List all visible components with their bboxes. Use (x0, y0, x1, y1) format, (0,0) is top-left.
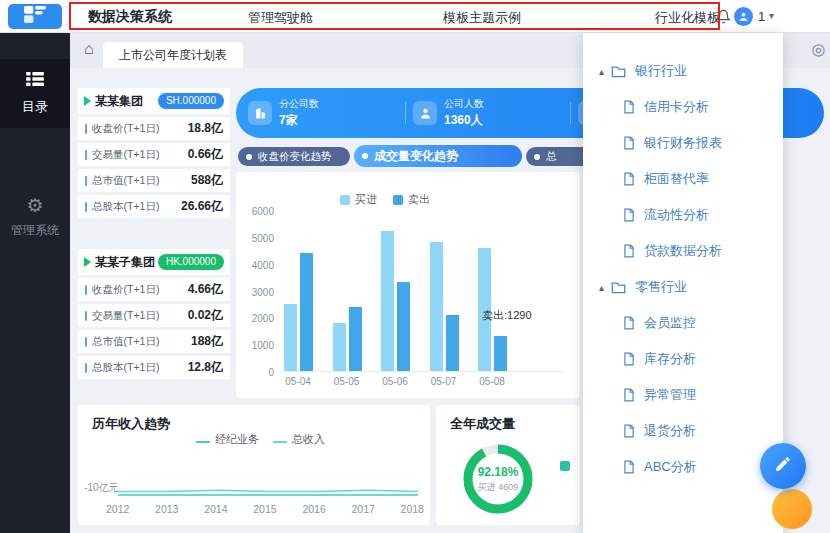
file-icon (623, 316, 635, 330)
bar-卖出[interactable] (446, 315, 459, 371)
tab-volume-trend[interactable]: 成交量变化趋势 (354, 145, 522, 167)
accent-bar (85, 202, 87, 212)
industry-template-dropdown: ▴ 银行行业 信用卡分析 银行财务报表 柜面替代率 流动性分析 贷款数据分析 ▴… (583, 33, 783, 533)
bar-买进[interactable] (381, 231, 394, 371)
tree-folder-retail[interactable]: ▴ 零售行业 (583, 269, 783, 305)
bar-卖出[interactable] (300, 253, 313, 371)
stock-row-label: 总市值(T+1日) (92, 335, 159, 349)
x-axis-label: 2018 (401, 503, 424, 515)
stock-row: 收盘价(T+1日)18.8亿 (78, 117, 230, 140)
tree-item-bank-finance[interactable]: 银行财务报表 (583, 125, 783, 161)
y-axis-tick: 5000 (242, 233, 274, 244)
caret-up-icon[interactable]: ▴ (599, 66, 604, 77)
sidebar-item-directory[interactable]: 目录 (0, 59, 70, 128)
pencil-icon (774, 455, 792, 477)
gear-icon: ⚙ (26, 196, 43, 215)
legend-item-total[interactable]: 总收入 (273, 432, 325, 447)
list-icon (26, 71, 44, 91)
nav-item-industry-template[interactable]: 行业化模板 (655, 9, 720, 27)
stock-row: 交易量(T+1日)0.02亿 (78, 304, 230, 327)
tree-item-credit-card[interactable]: 信用卡分析 (583, 89, 783, 125)
target-icon[interactable] (811, 43, 826, 62)
legend-item-sell[interactable]: 卖出 (393, 192, 430, 207)
sidebar-item-admin[interactable]: ⚙ 管理系统 (0, 184, 70, 251)
stock-group-header: 某某子集团 HK.000000 (78, 249, 230, 275)
tree-item-label: ABC分析 (644, 458, 697, 476)
file-icon (623, 460, 635, 474)
stock-row: 总市值(T+1日)588亿 (78, 169, 230, 192)
donut-percent-label: 92.18% (478, 465, 519, 479)
legend-label: 总收入 (292, 432, 325, 447)
tree-item-label: 信用卡分析 (644, 98, 709, 116)
triangle-icon (84, 96, 91, 106)
x-axis-label: 2015 (253, 503, 276, 515)
home-icon[interactable]: ⌂ (84, 40, 94, 58)
file-icon (623, 136, 635, 150)
tree-item-returns[interactable]: 退货分析 (583, 413, 783, 449)
stock-row: 总市值(T+1日)188亿 (78, 330, 230, 353)
legend-swatch (393, 195, 403, 205)
kpi-label: 公司人数 (444, 97, 484, 111)
x-axis-label: 2013 (155, 503, 178, 515)
tree-folder-bank[interactable]: ▴ 银行行业 (583, 53, 783, 89)
line-plot-area (118, 467, 418, 501)
tab-close-price-trend[interactable]: 收盘价变化趋势 (238, 147, 350, 166)
tree-item-label: 异常管理 (644, 386, 696, 404)
tree-folder-label: 银行行业 (635, 62, 687, 80)
nav-item-theme-demo[interactable]: 模板主题示例 (443, 9, 521, 27)
tab-label: 成交量变化趋势 (374, 148, 458, 165)
tree-item-label: 会员监控 (644, 314, 696, 332)
stock-group-header: 某某集团 SH.000000 (78, 88, 230, 114)
tree-item-member-monitor[interactable]: 会员监控 (583, 305, 783, 341)
tree-item-label: 柜面替代率 (644, 170, 709, 188)
bar-卖出[interactable] (494, 336, 507, 371)
stock-row: 收盘价(T+1日)4.66亿 (78, 278, 230, 301)
tree-item-abc-analysis[interactable]: ABC分析 (583, 449, 783, 485)
tree-item-inventory[interactable]: 库存分析 (583, 341, 783, 377)
donut-center: 92.18% 买进 4609 (460, 441, 536, 517)
bar-卖出[interactable] (349, 307, 362, 371)
legend-item-brokerage[interactable]: 经纪业务 (196, 432, 259, 447)
tree-item-anomaly[interactable]: 异常管理 (583, 377, 783, 413)
kpi-stat-branches[interactable]: 分公司数7家 (248, 97, 398, 129)
stock-code-badge: HK.000000 (158, 254, 224, 270)
tree-item-liquidity[interactable]: 流动性分析 (583, 197, 783, 233)
assistant-fab-button[interactable] (772, 489, 812, 529)
annual-volume-donut-chart: 全年成交量 92.18% 买进 4609 (436, 405, 580, 525)
tree-item-loan-data[interactable]: 贷款数据分析 (583, 233, 783, 269)
x-axis-label: 05-07 (424, 376, 464, 387)
legend-label: 买进 (355, 192, 377, 207)
bar-group[interactable] (430, 242, 459, 371)
y-axis-tick: 4000 (242, 260, 274, 271)
kpi-value: 1360人 (444, 112, 484, 129)
kpi-label: 分公司数 (279, 97, 319, 111)
user-badge-count: 1 (758, 9, 765, 24)
stock-panel: 某某集团 SH.000000 收盘价(T+1日)18.8亿 交易量(T+1日)0… (78, 88, 230, 382)
legend-item-buy[interactable]: 买进 (340, 192, 377, 207)
chevron-down-icon[interactable]: ▾ (769, 10, 774, 21)
caret-up-icon[interactable]: ▴ (599, 282, 604, 293)
nav-item-dashboard[interactable]: 管理驾驶舱 (248, 9, 313, 27)
bar-买进[interactable] (430, 242, 443, 371)
user-avatar[interactable] (734, 7, 753, 26)
bar-买进[interactable] (333, 323, 346, 371)
bar-group[interactable] (381, 231, 410, 371)
kpi-stat-employees[interactable]: 公司人数1360人 (413, 97, 563, 129)
divider (405, 102, 406, 124)
line-series (118, 490, 418, 491)
bar-卖出[interactable] (397, 282, 410, 371)
stock-group: 某某集团 SH.000000 收盘价(T+1日)18.8亿 交易量(T+1日)0… (78, 88, 230, 218)
legend-label: 经纪业务 (215, 432, 259, 447)
app-logo[interactable] (8, 4, 62, 29)
bell-icon[interactable] (716, 9, 731, 28)
tree-item-label: 贷款数据分析 (644, 242, 722, 260)
edit-fab-button[interactable] (760, 443, 806, 489)
bar-买进[interactable] (284, 304, 297, 371)
people-icon (413, 101, 437, 125)
left-sidebar: 目录 ⚙ 管理系统 (0, 33, 70, 533)
bar-group[interactable] (333, 307, 362, 371)
bar-group[interactable] (284, 253, 313, 371)
tab-annual-plan[interactable]: 上市公司年度计划表 (103, 42, 243, 68)
tree-item-counter-rate[interactable]: 柜面替代率 (583, 161, 783, 197)
sidebar-item-label: 管理系统 (11, 222, 59, 239)
